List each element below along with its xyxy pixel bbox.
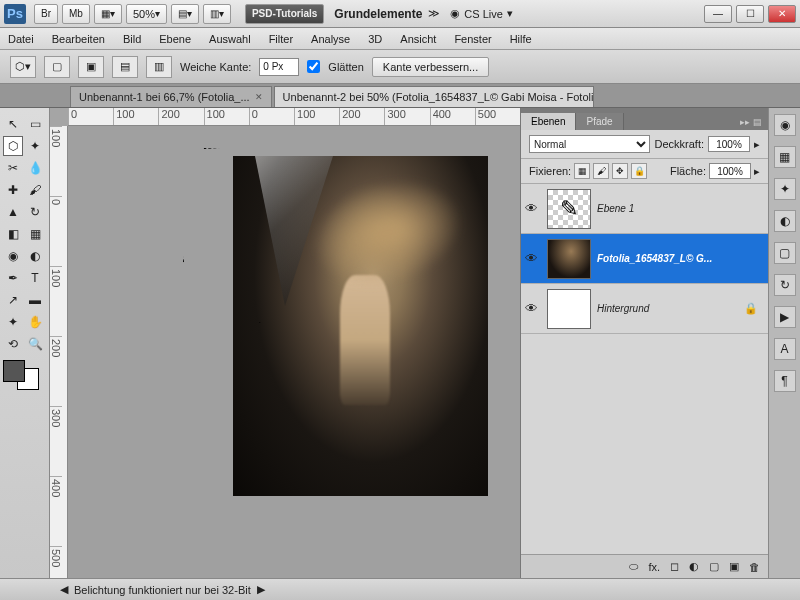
menu-analyse[interactable]: Analyse [311,33,350,45]
rotate-tool[interactable]: ⟲ [3,334,23,354]
lock-position-icon[interactable]: ✥ [612,163,628,179]
shape-tool[interactable]: ▬ [25,290,45,310]
tool-preset-icon[interactable]: ⬡▾ [10,56,36,78]
fill-input[interactable] [709,163,751,179]
layer-row[interactable]: 👁 Fotolia_1654837_L© G... [521,234,768,284]
visibility-icon[interactable]: 👁 [525,201,541,216]
layer-name[interactable]: Fotolia_1654837_L© G... [597,253,764,264]
mask-icon[interactable]: ◻ [670,560,679,573]
tab-doc2[interactable]: Unbenannt-2 bei 50% (Fotolia_1654837_L© … [274,86,594,107]
layers-tab[interactable]: Ebenen [521,113,576,130]
lock-transparency-icon[interactable]: ▦ [574,163,590,179]
adjustment-icon[interactable]: ◐ [689,560,699,573]
menu-fenster[interactable]: Fenster [454,33,491,45]
path-tool[interactable]: ↗ [3,290,23,310]
blend-mode-select[interactable]: Normal [529,135,650,153]
styles-panel-icon[interactable]: ✦ [774,178,796,200]
feather-input[interactable] [259,58,299,76]
minibridge-button[interactable]: Mb [62,4,90,24]
link-icon[interactable]: ⬭ [629,560,638,573]
layer-thumbnail[interactable]: ✎ [547,189,591,229]
visibility-icon[interactable]: 👁 [525,251,541,266]
menu-filter[interactable]: Filter [269,33,293,45]
adjustments-panel-icon[interactable]: ◐ [774,210,796,232]
visibility-icon[interactable]: 👁 [525,301,541,316]
menu-3d[interactable]: 3D [368,33,382,45]
menu-datei[interactable]: Datei [8,33,34,45]
type-tool[interactable]: T [25,268,45,288]
close-button[interactable]: ✕ [768,5,796,23]
hand-tool[interactable]: ✋ [25,312,45,332]
eraser-tool[interactable]: ◧ [3,224,23,244]
menu-ansicht[interactable]: Ansicht [400,33,436,45]
masks-panel-icon[interactable]: ▢ [774,242,796,264]
canvas[interactable] [68,126,520,578]
tutorials-button[interactable]: PSD-Tutorials [245,4,324,24]
zoom-tool[interactable]: 🔍 [25,334,45,354]
color-panel-icon[interactable]: ◉ [774,114,796,136]
color-swatches[interactable] [3,360,39,390]
menu-ebene[interactable]: Ebene [159,33,191,45]
group-icon[interactable]: ▢ [709,560,719,573]
move-tool[interactable]: ↖ [3,114,23,134]
dodge-tool[interactable]: ◐ [25,246,45,266]
layer-name[interactable]: Ebene 1 [597,203,764,214]
menu-bild[interactable]: Bild [123,33,141,45]
tab1-close-icon[interactable]: ✕ [255,92,263,102]
3d-tool[interactable]: ✦ [3,312,23,332]
lasso-tool[interactable]: ⬡ [3,136,23,156]
pen-tool[interactable]: ✒ [3,268,23,288]
swatches-panel-icon[interactable]: ▦ [774,146,796,168]
selection-intersect-icon[interactable]: ▥ [146,56,172,78]
new-layer-icon[interactable]: ▣ [729,560,739,573]
more-icon[interactable]: ≫ [428,7,440,20]
paths-tab[interactable]: Pfade [576,113,623,130]
history-panel-icon[interactable]: ↻ [774,274,796,296]
heal-tool[interactable]: ✚ [3,180,23,200]
zoom-level[interactable]: 50% ▾ [126,4,167,24]
stamp-tool[interactable]: ▲ [3,202,23,222]
antialias-checkbox[interactable] [307,60,320,73]
selection-new-icon[interactable]: ▢ [44,56,70,78]
view-extras-button[interactable]: ▤▾ [171,4,199,24]
actions-panel-icon[interactable]: ▶ [774,306,796,328]
brush-tool[interactable]: 🖌 [25,180,45,200]
lock-pixels-icon[interactable]: 🖌 [593,163,609,179]
selection-sub-icon[interactable]: ▤ [112,56,138,78]
layer-row[interactable]: 👁 Hintergrund 🔒 [521,284,768,334]
panel-menu-icon[interactable]: ▸▸ ▤ [734,114,768,130]
opacity-input[interactable] [708,136,750,152]
paragraph-panel-icon[interactable]: ¶ [774,370,796,392]
layer-thumbnail[interactable] [547,289,591,329]
cslive-button[interactable]: ◉ CS Live ▾ [450,7,513,20]
selection-add-icon[interactable]: ▣ [78,56,104,78]
crop-tool[interactable]: ✂ [3,158,23,178]
layer-thumbnail[interactable] [547,239,591,279]
feather-label: Weiche Kante: [180,61,251,73]
menu-bearbeiten[interactable]: Bearbeiten [52,33,105,45]
refine-edge-button[interactable]: Kante verbessern... [372,57,489,77]
layer-row[interactable]: 👁 ✎ Ebene 1 [521,184,768,234]
fx-icon[interactable]: fx. [648,561,660,573]
bridge-button[interactable]: Br [34,4,58,24]
status-text: Belichtung funktioniert nur bei 32-Bit [74,584,251,596]
character-panel-icon[interactable]: A [774,338,796,360]
menu-auswahl[interactable]: Auswahl [209,33,251,45]
maximize-button[interactable]: ☐ [736,5,764,23]
tab-doc1[interactable]: Unbenannt-1 bei 66,7% (Fotolia_...✕ [70,86,272,107]
wand-tool[interactable]: ✦ [25,136,45,156]
delete-icon[interactable]: 🗑 [749,561,760,573]
arrange-button[interactable]: ▥▾ [203,4,231,24]
eyedropper-tool[interactable]: 💧 [25,158,45,178]
lock-all-icon[interactable]: 🔒 [631,163,647,179]
history-brush-tool[interactable]: ↻ [25,202,45,222]
titlebar: Ps Br Mb ▦▾ 50% ▾ ▤▾ ▥▾ PSD-Tutorials Gr… [0,0,800,28]
minimize-button[interactable]: — [704,5,732,23]
screen-mode-button[interactable]: ▦▾ [94,4,122,24]
marquee-tool[interactable]: ▭ [25,114,45,134]
blur-tool[interactable]: ◉ [3,246,23,266]
layer-name[interactable]: Hintergrund [597,303,738,314]
gradient-tool[interactable]: ▦ [25,224,45,244]
menu-hilfe[interactable]: Hilfe [510,33,532,45]
workspace-name[interactable]: Grundelemente [334,7,422,21]
